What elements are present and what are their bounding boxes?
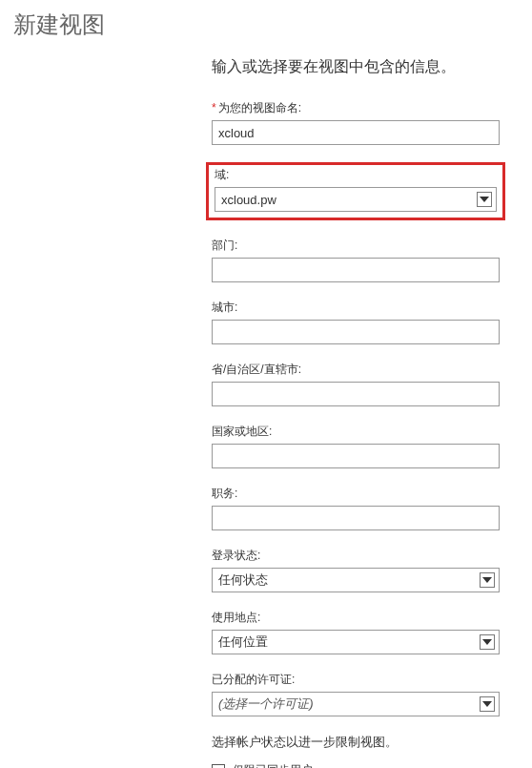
- checkbox-synced-users[interactable]: 仅限已同步用户: [212, 762, 532, 768]
- select-signin-value: 任何状态: [218, 571, 268, 589]
- input-jobtitle[interactable]: [212, 506, 500, 530]
- input-state[interactable]: [212, 382, 500, 406]
- label-city: 城市:: [212, 300, 500, 316]
- field-department: 部门:: [212, 238, 500, 282]
- field-signin-status: 登录状态: 任何状态: [212, 548, 500, 592]
- select-assigned-license-value: (选择一个许可证): [218, 695, 314, 713]
- label-state: 省/自治区/直辖市:: [212, 362, 500, 378]
- page-title: 新建视图: [13, 10, 532, 40]
- checkbox-label: 仅限已同步用户: [233, 762, 313, 768]
- field-view-name: *为您的视图命名:: [212, 100, 500, 145]
- form-content: 输入或选择要在视图中包含的信息。 *为您的视图命名: 域: xcloud.pw …: [212, 57, 532, 768]
- form-subtitle: 输入或选择要在视图中包含的信息。: [212, 57, 532, 77]
- select-assigned-license[interactable]: (选择一个许可证): [212, 692, 500, 716]
- field-jobtitle: 职务:: [212, 486, 500, 530]
- field-assigned-license: 已分配的许可证: (选择一个许可证): [212, 672, 500, 716]
- chevron-down-icon: [480, 634, 495, 650]
- chevron-down-icon: [480, 696, 495, 712]
- label-domain: 域:: [215, 167, 497, 183]
- label-view-name-text: 为您的视图命名:: [218, 101, 301, 114]
- field-country: 国家或地区:: [212, 424, 500, 468]
- label-usage-location: 使用地点:: [212, 610, 500, 626]
- label-view-name: *为您的视图命名:: [212, 100, 500, 116]
- chevron-down-icon: [477, 192, 492, 207]
- label-signin-status: 登录状态:: [212, 548, 500, 564]
- field-state: 省/自治区/直辖市:: [212, 362, 500, 406]
- chevron-down-icon: [480, 572, 495, 588]
- filter-note: 选择帐户状态以进一步限制视图。: [212, 734, 532, 751]
- label-assigned-license: 已分配的许可证:: [212, 672, 500, 688]
- field-city: 城市:: [212, 300, 500, 344]
- select-signin-status[interactable]: 任何状态: [212, 568, 500, 592]
- input-view-name[interactable]: [212, 120, 500, 145]
- input-city[interactable]: [212, 320, 500, 344]
- required-asterisk: *: [212, 101, 216, 114]
- field-usage-location: 使用地点: 任何位置: [212, 610, 500, 654]
- input-country[interactable]: [212, 444, 500, 468]
- select-domain-value: xcloud.pw: [221, 193, 276, 207]
- field-domain: 域: xcloud.pw: [206, 162, 505, 220]
- select-usage-location-value: 任何位置: [218, 633, 268, 651]
- label-country: 国家或地区:: [212, 424, 500, 440]
- label-department: 部门:: [212, 238, 500, 254]
- select-usage-location[interactable]: 任何位置: [212, 630, 500, 654]
- input-department[interactable]: [212, 258, 500, 282]
- checkbox-icon[interactable]: [212, 764, 225, 769]
- label-jobtitle: 职务:: [212, 486, 500, 502]
- select-domain[interactable]: xcloud.pw: [215, 187, 497, 212]
